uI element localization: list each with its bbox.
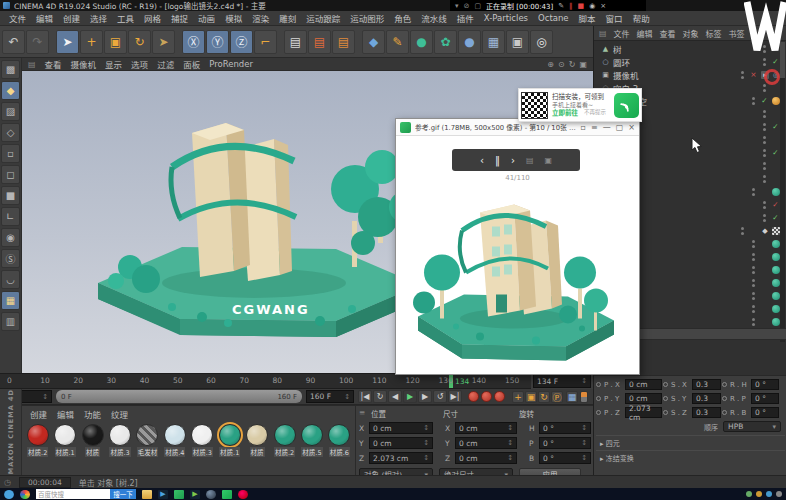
enable-state-icon[interactable]: ✓ [760,96,769,105]
stepper-icon[interactable]: ↕ [581,454,587,462]
pause-recording-icon[interactable]: ‖ [569,2,573,10]
pause-button[interactable]: ‖ [495,155,500,166]
rotate-icon[interactable]: ↻ [128,30,151,54]
viewport-menu-选项[interactable]: 选项 [131,58,148,70]
light-icon[interactable]: ◎ [530,30,553,54]
position-field[interactable]: 0 cm↕ [369,422,433,434]
viewport-menu-查看[interactable]: 查看 [45,58,62,70]
visibility-dots[interactable] [763,110,766,113]
recorder-tools-icon[interactable]: ⊘ [464,2,470,10]
menu-item-编辑[interactable]: 编辑 [31,12,58,24]
rotate-view-icon[interactable]: ↻ [569,60,576,69]
camera-tool-icon[interactable]: ▣ [506,30,529,54]
record-taskbar-icon[interactable] [238,490,248,499]
render-view-icon[interactable]: ▤ [284,30,307,54]
image-viewer-window[interactable]: 参考.gif (1.78MB, 500x500 像素) - 第10 / 10张 … [395,118,640,375]
section-冻结变换[interactable]: ▸ 冻结变换 [596,450,785,465]
workplane-grid-icon[interactable]: ▦ [1,291,20,310]
pen-icon[interactable]: ✎ [558,2,564,10]
mat-tag[interactable] [772,318,780,326]
visibility-dots[interactable] [752,292,755,295]
rotation-field[interactable]: 0 °↕ [539,422,591,434]
browser-360-icon[interactable] [20,490,30,499]
stepper-icon[interactable]: ↕ [507,439,513,447]
keyframe-dot-icon[interactable] [663,382,668,387]
recorder-dropdown-icon[interactable]: ▾ [455,2,459,10]
visibility-dots[interactable] [741,71,744,74]
visibility-dots[interactable] [752,279,755,282]
attr-field[interactable]: 2.073 cm [625,407,662,418]
object-row-摄像机[interactable]: ▣摄像机×▸◎ [594,68,780,81]
menu-item-运动跟踪[interactable]: 运动跟踪 [301,12,345,24]
spline-pen-icon[interactable]: ✎ [386,30,409,54]
menu-item-文件[interactable]: 文件 [4,12,31,24]
viewer-app-icon[interactable] [174,490,184,499]
attr-field[interactable]: 0 cm [625,393,662,404]
material-menu-编辑[interactable]: 编辑 [57,408,74,420]
mat-tag[interactable] [772,305,780,313]
start-button[interactable] [4,490,14,499]
visibility-dots[interactable] [763,201,766,204]
stepper-icon[interactable]: ↕ [507,424,513,432]
mat-tag[interactable] [772,188,780,196]
visibility-dots[interactable] [752,266,755,269]
next-frame-button[interactable]: › [511,155,515,166]
make-editable-icon[interactable]: ▩ [1,60,20,79]
size-field[interactable]: 0 cm↕ [455,437,517,449]
y-axis-lock-icon[interactable]: Ⓨ [206,30,229,54]
material-item[interactable]: 材质 [245,424,268,457]
qr-link[interactable]: 立即前往 [552,109,578,117]
visibility-dots[interactable] [763,175,766,178]
rotation-order-dropdown[interactable]: HPB▾ [723,421,781,432]
lock-workplane-icon[interactable]: ▥ [1,312,20,331]
play-button[interactable]: ▶ [403,390,417,403]
sun-tag[interactable] [772,97,780,105]
layer-strip-icon[interactable] [580,391,588,403]
render-settings-icon[interactable]: ▤ [332,30,355,54]
explorer-icon[interactable] [142,490,152,499]
search-input[interactable]: 百度快搜 [36,489,110,499]
material-item[interactable]: 材质.2 [26,424,49,457]
current-frame-field[interactable]: 134 F↕ [533,374,591,388]
qr-ad-popup[interactable]: 扫描安装，可领到 手机上接着看~ 立即前往 不再提示 [518,88,642,122]
material-menu-创建[interactable]: 创建 [30,408,47,420]
stepper-icon[interactable]: ↕ [423,439,429,447]
spline-arc-icon[interactable]: ● [458,30,481,54]
menu-item-角色[interactable]: 角色 [389,12,416,24]
stepper-icon[interactable]: ↕ [581,377,587,385]
pin-button[interactable]: ▫ [581,123,586,132]
menu-button[interactable]: ≡ [591,123,598,132]
move-lock-icon[interactable]: + [512,391,524,403]
om-scrollbar[interactable] [780,42,785,342]
menu-item-流水线[interactable]: 流水线 [416,12,452,24]
visibility-dots[interactable] [752,305,755,308]
menu-item-动画[interactable]: 动画 [193,12,220,24]
goto-end-button[interactable]: ▶| [448,390,462,403]
viewport-menu-摄像机[interactable]: 摄像机 [71,58,97,70]
redo-icon[interactable]: ↷ [26,30,49,54]
cinema4d-taskbar-icon[interactable] [206,490,216,499]
recorder-window-icon[interactable]: ▢ [474,2,481,10]
viewport-menu-ProRender[interactable]: ProRender [209,59,253,69]
material-item[interactable]: 毛发材 [136,424,159,457]
position-field[interactable]: 0 cm↕ [369,437,433,449]
visibility-dots[interactable] [752,97,755,100]
keyframe-dot-icon[interactable] [722,382,727,387]
menu-item-创建[interactable]: 创建 [58,12,85,24]
stepper-icon[interactable]: ↕ [507,454,513,462]
model-mode-icon[interactable]: ◆ [1,81,20,100]
attr-field[interactable]: 0 ° [751,393,779,404]
menu-item-运动图形[interactable]: 运动图形 [345,12,389,24]
visibility-dots[interactable] [763,84,766,87]
material-item[interactable]: 材质.5 [300,424,323,457]
coordinate-system-icon[interactable]: ⌐ [254,30,277,54]
menu-item-Octane[interactable]: Octane [533,13,574,23]
material-item[interactable]: 材质.2 [273,424,296,457]
visibility-dots[interactable] [763,162,766,165]
material-item[interactable]: 材质.3 [108,424,131,457]
mat-tag[interactable] [772,279,780,287]
next-key-button[interactable]: ▶ [418,390,432,403]
workplane-mode-icon[interactable]: ◇ [1,123,20,142]
render-picture-viewer-icon[interactable]: ▤ [308,30,331,54]
undo-icon[interactable]: ↶ [2,30,25,54]
